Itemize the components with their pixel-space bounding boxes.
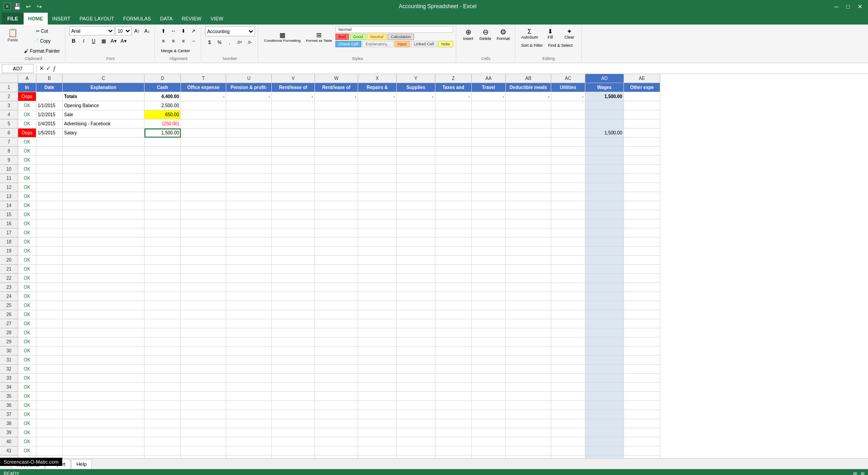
cell-AD15[interactable] — [585, 210, 624, 219]
cell-A36[interactable]: OK — [18, 401, 36, 410]
cell-AA11[interactable] — [472, 174, 506, 183]
cell-B15[interactable] — [36, 210, 63, 219]
cell-AA25[interactable] — [472, 301, 506, 310]
cell-AA32[interactable] — [472, 365, 506, 374]
border-btn[interactable]: ▦ — [99, 36, 108, 45]
minimize-btn[interactable]: ─ — [832, 2, 841, 11]
cell-B12[interactable] — [36, 183, 63, 192]
cell-AB18[interactable] — [506, 238, 551, 247]
cell-X24[interactable] — [358, 292, 397, 301]
cell-D26[interactable] — [145, 310, 181, 319]
cell-AE28[interactable] — [624, 328, 660, 337]
cell-AC18[interactable] — [551, 238, 585, 247]
cell-U20[interactable] — [226, 256, 272, 265]
cell-C30[interactable] — [63, 346, 145, 356]
col-header-x[interactable]: X — [358, 74, 397, 83]
bad-style-btn[interactable]: Bad — [335, 34, 349, 40]
name-box[interactable] — [2, 64, 34, 73]
cell-Z30[interactable] — [435, 346, 472, 356]
cell-X20[interactable] — [358, 256, 397, 265]
cell-AA17[interactable] — [472, 228, 506, 238]
cell-V17[interactable] — [272, 228, 315, 238]
cell-B9[interactable] — [36, 156, 63, 165]
cell-C35[interactable] — [63, 392, 145, 401]
cell-AD10[interactable] — [585, 165, 624, 174]
cell-X35[interactable] — [358, 392, 397, 401]
cell-AD36[interactable] — [585, 401, 624, 410]
cell-V16[interactable] — [272, 219, 315, 228]
cell-AC41[interactable] — [551, 446, 585, 455]
cell-A3[interactable]: OK — [18, 101, 36, 110]
cell-D25[interactable] — [145, 301, 181, 310]
font-color-btn[interactable]: A▾ — [119, 36, 128, 45]
cell-B22[interactable] — [36, 274, 63, 283]
cell-AC14[interactable] — [551, 201, 585, 210]
cell-D24[interactable] — [145, 292, 181, 301]
cell-Y23[interactable] — [397, 283, 435, 292]
cell-V7[interactable] — [272, 138, 315, 147]
cell-AD40[interactable] — [585, 437, 624, 446]
cell-B31[interactable] — [36, 356, 63, 365]
decrease-decimal-btn[interactable]: .0- — [245, 38, 254, 47]
row-header-15[interactable]: 15 — [0, 210, 18, 219]
cell-AE15[interactable] — [624, 210, 660, 219]
formula-cancel-icon[interactable]: ✕ — [39, 65, 44, 72]
cell-AE31[interactable] — [624, 356, 660, 365]
cell-D31[interactable] — [145, 356, 181, 365]
cell-AD11[interactable] — [585, 174, 624, 183]
cell-V28[interactable] — [272, 328, 315, 337]
cell-AC22[interactable] — [551, 274, 585, 283]
row-header-9[interactable]: 9 — [0, 156, 18, 165]
cell-V14[interactable] — [272, 201, 315, 210]
cell-C3[interactable]: Opening Balance — [63, 101, 145, 110]
cell-A14[interactable]: OK — [18, 201, 36, 210]
format-cells-btn[interactable]: ⚙ Format — [494, 26, 512, 42]
cell-X22[interactable] — [358, 274, 397, 283]
italic-btn[interactable]: I — [79, 36, 88, 45]
cell-Y27[interactable] — [397, 319, 435, 328]
cell-AC24[interactable] — [551, 292, 585, 301]
cell-T37[interactable] — [181, 410, 226, 419]
cell-AC6[interactable] — [551, 129, 585, 138]
cell-AD27[interactable] — [585, 319, 624, 328]
cell-T31[interactable] — [181, 356, 226, 365]
cell-D41[interactable] — [145, 446, 181, 455]
cell-C9[interactable] — [63, 156, 145, 165]
cell-Z32[interactable] — [435, 365, 472, 374]
cell-AE34[interactable] — [624, 383, 660, 392]
cell-AB5[interactable] — [506, 119, 551, 129]
cell-AD38[interactable] — [585, 419, 624, 428]
cell-U39[interactable] — [226, 428, 272, 437]
cell-AE4[interactable] — [624, 110, 660, 119]
cell-Z19[interactable] — [435, 247, 472, 256]
delete-cells-btn[interactable]: ⊖ Delete — [477, 26, 494, 42]
cell-C11[interactable] — [63, 174, 145, 183]
cell-AC4[interactable] — [551, 110, 585, 119]
cell-AA23[interactable] — [472, 283, 506, 292]
cell-AC13[interactable] — [551, 192, 585, 201]
cell-AB35[interactable] — [506, 392, 551, 401]
cell-AE18[interactable] — [624, 238, 660, 247]
cell-W26[interactable] — [315, 310, 358, 319]
cell-AB12[interactable] — [506, 183, 551, 192]
cell-X37[interactable] — [358, 410, 397, 419]
cell-AC12[interactable] — [551, 183, 585, 192]
cell-AC36[interactable] — [551, 401, 585, 410]
cell-X26[interactable] — [358, 310, 397, 319]
cell-AD41[interactable] — [585, 446, 624, 455]
cell-Z41[interactable] — [435, 446, 472, 455]
cut-btn[interactable]: ✂ Cut — [22, 26, 62, 35]
cell-W24[interactable] — [315, 292, 358, 301]
cell-A9[interactable]: OK — [18, 156, 36, 165]
cell-D40[interactable] — [145, 437, 181, 446]
cell-AE10[interactable] — [624, 165, 660, 174]
cell-A33[interactable]: OK — [18, 374, 36, 383]
cell-V13[interactable] — [272, 192, 315, 201]
cell-AB30[interactable] — [506, 346, 551, 356]
cell-C24[interactable] — [63, 292, 145, 301]
cell-Z12[interactable] — [435, 183, 472, 192]
cell-AB10[interactable] — [506, 165, 551, 174]
cell-AC20[interactable] — [551, 256, 585, 265]
cell-U7[interactable] — [226, 138, 272, 147]
cell-AE25[interactable] — [624, 301, 660, 310]
